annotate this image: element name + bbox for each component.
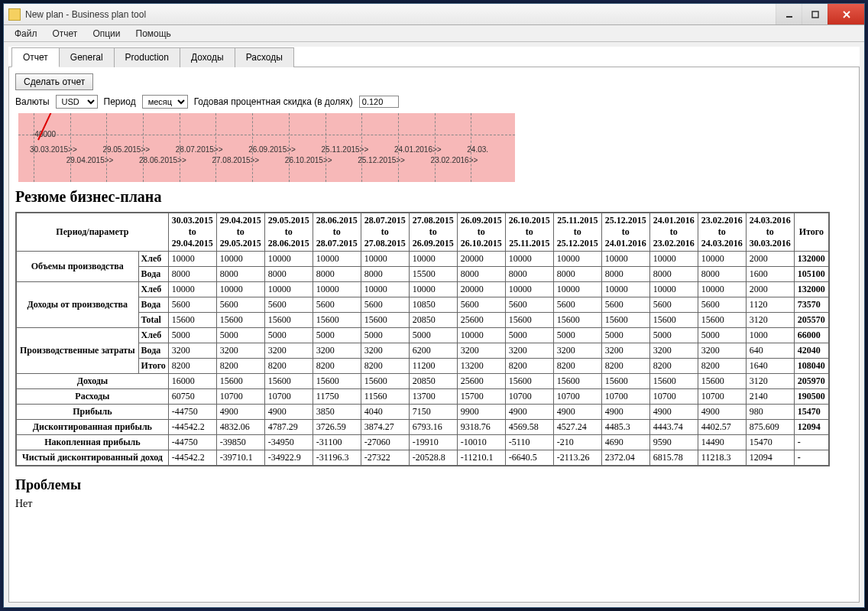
- data-cell: 15600: [168, 313, 216, 328]
- data-cell: 5600: [698, 297, 746, 313]
- data-cell: 10000: [553, 282, 601, 297]
- data-cell: 3200: [264, 343, 313, 359]
- data-cell: 5600: [313, 297, 361, 313]
- discount-label: Годовая процентная скидка (в долях): [194, 96, 353, 107]
- data-cell: 4569.58: [505, 420, 553, 435]
- app-icon: [8, 8, 21, 21]
- close-button[interactable]: [828, 4, 864, 24]
- data-cell: -27322: [361, 450, 409, 466]
- data-cell: 25600: [457, 374, 505, 389]
- data-cell: 10000: [264, 252, 313, 267]
- data-cell: 3726.59: [313, 420, 361, 435]
- data-cell: 5600: [553, 297, 601, 313]
- titlebar: New plan - Business plan tool: [4, 4, 864, 25]
- table-row: Чистый дисконтированный доход-44542.2-39…: [16, 450, 829, 466]
- data-cell: 4900: [505, 405, 553, 420]
- data-cell: 8000: [505, 267, 553, 282]
- discount-input[interactable]: [359, 96, 399, 108]
- total-cell: 132000: [794, 282, 829, 297]
- data-cell: 5000: [698, 328, 746, 343]
- data-cell: 10000: [505, 252, 553, 267]
- tab-expense[interactable]: Расходы: [235, 47, 294, 67]
- data-cell: 1640: [746, 359, 794, 374]
- svg-rect-1: [812, 11, 818, 18]
- data-cell: 15600: [313, 374, 361, 389]
- table-row: Расходы607501070010700117501156013700157…: [16, 389, 829, 405]
- data-cell: -5110: [505, 435, 553, 450]
- data-cell: 6200: [409, 343, 457, 359]
- data-cell: -20528.8: [409, 450, 457, 466]
- menu-options[interactable]: Опции: [85, 26, 128, 41]
- menu-help[interactable]: Помощь: [128, 26, 179, 41]
- data-cell: 8000: [216, 267, 264, 282]
- data-cell: 4527.24: [553, 420, 601, 435]
- table-row: Производственные затратыХлеб500050005000…: [16, 328, 829, 343]
- data-cell: 10700: [216, 389, 264, 405]
- data-cell: 3874.27: [361, 420, 409, 435]
- report-scroll[interactable]: -40000 30.03.2015>>29.04.2015>>29.05.201…: [15, 113, 853, 596]
- data-cell: 1120: [746, 297, 794, 313]
- tab-production[interactable]: Production: [114, 47, 180, 67]
- data-cell: 3850: [313, 405, 361, 420]
- tab-content: Сделать отчет Валюты USD Период месяц Го…: [8, 67, 860, 603]
- data-cell: 15600: [361, 374, 409, 389]
- row-group-header: Объемы производства: [16, 252, 138, 282]
- minimize-button[interactable]: [776, 4, 802, 24]
- row-sub-label: Вода: [138, 297, 168, 313]
- data-cell: 8000: [361, 267, 409, 282]
- tab-income[interactable]: Доходы: [180, 47, 235, 67]
- data-cell: 15600: [553, 374, 601, 389]
- col-period: 29.05.2015to28.06.2015: [264, 213, 313, 252]
- data-cell: 5000: [553, 328, 601, 343]
- data-cell: 4900: [649, 405, 698, 420]
- currency-select[interactable]: USD: [56, 95, 98, 109]
- row-group-header: Производственные затраты: [16, 328, 138, 374]
- data-cell: 15600: [601, 374, 649, 389]
- data-cell: 20000: [457, 282, 505, 297]
- row-sub-label: Хлеб: [138, 252, 168, 267]
- data-cell: 8000: [168, 267, 216, 282]
- table-row: Доходы1600015600156001560015600208502560…: [16, 374, 829, 389]
- data-cell: 8000: [264, 267, 313, 282]
- data-cell: 10000: [649, 252, 698, 267]
- row-header: Расходы: [16, 389, 168, 405]
- row-sub-label: Итого: [138, 359, 168, 374]
- data-cell: 15470: [746, 435, 794, 450]
- data-cell: -44750: [168, 435, 216, 450]
- data-cell: 5600: [505, 297, 553, 313]
- table-row: Total15600156001560015600156002085025600…: [16, 313, 829, 328]
- chart-y-tick: -40000: [32, 130, 56, 138]
- data-cell: 5600: [649, 297, 698, 313]
- tab-report[interactable]: Отчет: [11, 47, 60, 67]
- data-cell: 8200: [216, 359, 264, 374]
- data-cell: 2372.04: [601, 450, 649, 466]
- tabstrip: Отчет General Production Доходы Расходы: [11, 47, 860, 67]
- data-cell: 8000: [601, 267, 649, 282]
- data-cell: -10010: [457, 435, 505, 450]
- make-report-button[interactable]: Сделать отчет: [15, 73, 93, 90]
- total-cell: 66000: [794, 328, 829, 343]
- data-cell: 3200: [553, 343, 601, 359]
- row-header: Доходы: [16, 374, 168, 389]
- data-cell: 2140: [746, 389, 794, 405]
- data-cell: 8000: [649, 267, 698, 282]
- row-sub-label: Хлеб: [138, 328, 168, 343]
- data-cell: 5000: [264, 328, 313, 343]
- problems-text: Нет: [15, 498, 850, 510]
- total-cell: 73570: [794, 297, 829, 313]
- data-cell: 3200: [601, 343, 649, 359]
- maximize-button[interactable]: [802, 4, 828, 24]
- menu-report[interactable]: Отчет: [45, 26, 86, 41]
- period-select[interactable]: месяц: [142, 95, 188, 109]
- data-cell: 15600: [216, 313, 264, 328]
- data-cell: 5000: [505, 328, 553, 343]
- data-cell: 8000: [698, 267, 746, 282]
- menu-file[interactable]: Файл: [7, 26, 45, 41]
- data-cell: 10000: [409, 282, 457, 297]
- data-cell: 10000: [168, 282, 216, 297]
- data-cell: 10000: [313, 282, 361, 297]
- data-cell: 10000: [168, 252, 216, 267]
- data-cell: 9318.76: [457, 420, 505, 435]
- data-cell: 10000: [361, 252, 409, 267]
- tab-general[interactable]: General: [59, 47, 115, 67]
